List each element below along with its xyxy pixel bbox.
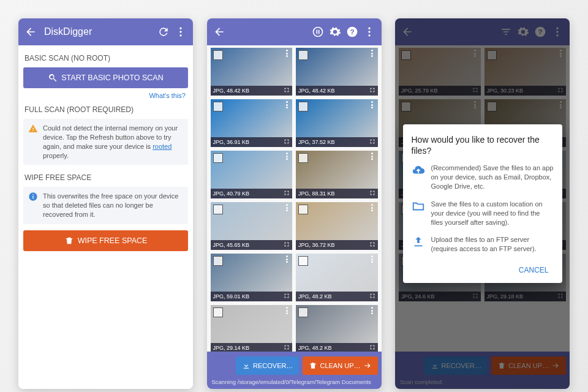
screen-dialog: ? JPG, 25.79 KBJPG, 30.23 KBJPG, 36.04 K… (395, 18, 570, 389)
search-icon (48, 73, 58, 83)
recover-dialog: How would you like to recover the files?… (403, 124, 562, 283)
basic-title: BASIC SCAN (NO ROOT) (24, 54, 187, 62)
thumb-overflow-icon[interactable] (368, 100, 377, 109)
folder-icon (412, 200, 425, 213)
checkbox[interactable] (298, 256, 308, 266)
thumb-caption: JPG, 40.79 KB (211, 189, 293, 198)
thumb-overflow-icon[interactable] (368, 152, 377, 160)
thumb-caption: JPG, 48.2 KB (296, 292, 378, 301)
thumbnail[interactable]: JPG, 48.2 KB (296, 305, 378, 353)
thumbnail[interactable]: JPG, 36.72 KB (296, 202, 378, 250)
overflow-icon[interactable] (361, 23, 378, 40)
thumbnail[interactable]: JPG, 59.01 KB (211, 254, 293, 301)
svg-rect-7 (316, 30, 317, 34)
wipe-info: This overwrites the free space on your d… (23, 187, 188, 224)
thumb-caption: JPG, 36.91 KB (211, 137, 293, 147)
thumb-overflow-icon[interactable] (282, 100, 291, 109)
checkbox[interactable] (298, 102, 308, 111)
thumb-overflow-icon[interactable] (282, 255, 291, 263)
thumbnail[interactable]: JPG, 48.2 KB (296, 254, 378, 301)
cancel-button[interactable]: CANCEL (514, 262, 554, 278)
svg-point-0 (179, 28, 181, 29)
option-cloud[interactable]: (Recommended) Save the files to an app o… (412, 164, 554, 191)
svg-point-12 (368, 31, 370, 32)
checkbox[interactable] (213, 205, 223, 214)
thumb-overflow-icon[interactable] (282, 49, 291, 58)
checkbox[interactable] (298, 307, 308, 317)
thumbnail[interactable]: JPG, 88.31 KB (296, 151, 378, 198)
thumb-overflow-icon[interactable] (282, 152, 291, 160)
status-text: Scanning /storage/emulated/0/Telegram/Te… (211, 379, 378, 386)
option-folder[interactable]: Save the files to a custom location on y… (412, 200, 554, 227)
dialog-scrim[interactable]: How would you like to recover the files?… (395, 18, 570, 389)
appbar: ? (207, 18, 382, 45)
thumb-caption: JPG, 45.65 KB (211, 240, 293, 250)
back-icon[interactable] (22, 23, 39, 40)
checkbox[interactable] (213, 256, 223, 266)
appbar: DiskDigger (18, 18, 193, 45)
checkbox[interactable] (213, 50, 223, 60)
gallery-content: JPG, 48.42 KBJPG, 48.42 KBJPG, 36.91 KBJ… (207, 45, 382, 389)
checkbox[interactable] (298, 205, 308, 214)
thumbnail[interactable]: JPG, 48.42 KB (296, 48, 378, 96)
thumbnail[interactable]: JPG, 40.79 KB (211, 151, 293, 198)
upload-icon (412, 235, 425, 249)
back-icon[interactable] (211, 23, 228, 40)
thumbnail[interactable]: JPG, 48.42 KB (211, 48, 293, 96)
thumb-overflow-icon[interactable] (368, 306, 377, 315)
svg-rect-4 (32, 196, 33, 199)
arrow-right-icon (363, 361, 372, 370)
wipe-button[interactable]: WIPE FREE SPACE (23, 230, 188, 251)
thumb-caption: JPG, 59.01 KB (211, 292, 293, 301)
gear-icon[interactable] (326, 23, 344, 40)
rooted-link[interactable]: rooted (153, 143, 172, 150)
thumbnail[interactable]: JPG, 45.65 KB (211, 202, 293, 250)
thumb-overflow-icon[interactable] (368, 255, 377, 263)
thumb-overflow-icon[interactable] (282, 306, 291, 315)
recover-button[interactable]: RECOVER… (236, 356, 299, 375)
svg-point-6 (313, 28, 322, 37)
screen-gallery: ? JPG, 48.42 KBJPG, 48.42 KBJPG, 36.91 K… (207, 18, 382, 389)
checkbox[interactable] (298, 50, 308, 60)
info-icon (28, 192, 38, 202)
cleanup-button[interactable]: CLEAN UP… (303, 356, 377, 375)
start-scan-button[interactable]: START BASIC PHOTO SCAN (23, 67, 188, 88)
thumbnail[interactable]: JPG, 29.14 KB (211, 305, 293, 353)
trash-icon (309, 361, 317, 370)
app-title: DiskDigger (44, 26, 155, 37)
home-content: BASIC SCAN (NO ROOT) START BASIC PHOTO S… (18, 45, 193, 389)
cloud-upload-icon (412, 164, 425, 177)
checkbox[interactable] (213, 102, 223, 111)
checkbox[interactable] (213, 153, 223, 163)
thumb-overflow-icon[interactable] (368, 203, 377, 212)
full-title: FULL SCAN (ROOT REQUIRED) (24, 105, 187, 114)
trash-icon (64, 236, 74, 246)
svg-point-13 (368, 34, 370, 36)
overflow-icon[interactable] (172, 23, 189, 40)
whats-this-link[interactable]: What's this? (23, 92, 186, 99)
svg-point-11 (368, 28, 370, 29)
svg-point-2 (179, 34, 181, 36)
svg-rect-5 (32, 194, 33, 195)
option-ftp[interactable]: Upload the files to an FTP server (requi… (412, 235, 554, 254)
thumbnail[interactable]: JPG, 36.91 KB (211, 99, 293, 147)
dialog-title: How would you like to recover the files? (412, 134, 554, 156)
checkbox[interactable] (213, 307, 223, 317)
help-icon[interactable]: ? (344, 23, 361, 40)
thumbnail[interactable]: JPG, 37.52 KB (296, 99, 378, 147)
warning-icon (28, 124, 38, 134)
svg-text:?: ? (350, 28, 354, 36)
thumb-overflow-icon[interactable] (282, 203, 291, 212)
svg-rect-8 (318, 30, 319, 34)
thumbnail-grid: JPG, 48.42 KBJPG, 48.42 KBJPG, 36.91 KBJ… (211, 48, 378, 353)
thumb-caption: JPG, 36.72 KB (296, 240, 378, 250)
thumb-overflow-icon[interactable] (368, 49, 377, 58)
thumb-caption: JPG, 48.42 KB (296, 86, 378, 96)
thumb-caption: JPG, 37.52 KB (296, 137, 378, 147)
screen-home: DiskDigger BASIC SCAN (NO ROOT) START BA… (18, 18, 193, 389)
pause-icon[interactable] (309, 23, 326, 40)
checkbox[interactable] (298, 153, 308, 163)
refresh-icon[interactable] (155, 23, 172, 40)
thumb-caption: JPG, 48.42 KB (211, 86, 293, 96)
svg-point-1 (179, 31, 181, 32)
